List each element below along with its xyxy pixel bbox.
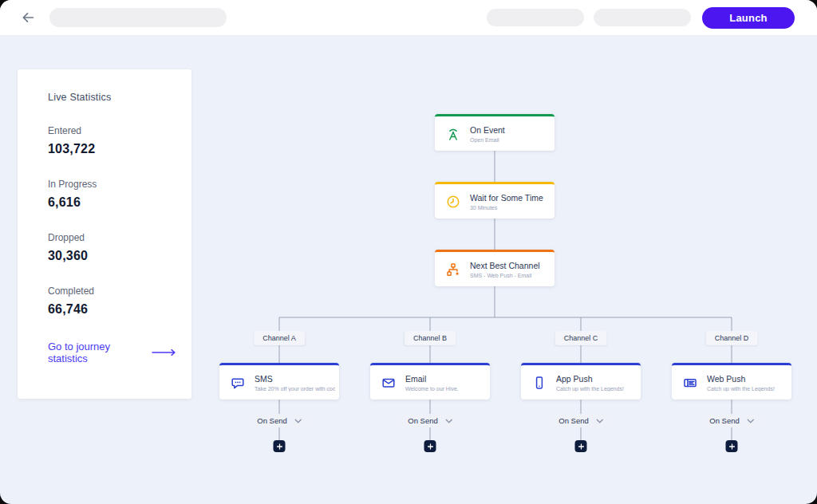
branch-channel-b: Channel B Email Welcome to our Hive. On … xyxy=(370,331,490,459)
node-subtitle: Welcome to our Hive. xyxy=(405,386,459,392)
node-title: Email xyxy=(405,374,459,384)
stat-value-dropped: 30,360 xyxy=(48,249,177,263)
node-wait[interactable]: Wait for Some Time 30 Minutes xyxy=(435,182,555,219)
arrow-right-icon xyxy=(152,348,177,356)
back-button[interactable] xyxy=(18,7,38,28)
node-app-push[interactable]: App Push Catch up with the Legends! xyxy=(521,363,641,400)
node-title: On Event xyxy=(470,125,505,135)
branch-channel-c: Channel C App Push Catch up with the Leg… xyxy=(521,331,641,459)
app-window: Launch Live Statistics Entered 103,722 I… xyxy=(0,0,817,504)
stat-label-dropped: Dropped xyxy=(48,232,177,243)
envelope-icon xyxy=(381,375,397,391)
chevron-down-icon xyxy=(747,419,754,423)
channel-label: Channel D xyxy=(706,331,758,345)
stat-value-completed: 66,746 xyxy=(48,302,177,317)
browser-icon xyxy=(682,375,698,391)
stat-value-entered: 103,722 xyxy=(48,142,177,156)
on-send-dropdown[interactable]: On Send xyxy=(401,414,460,427)
chevron-down-icon xyxy=(445,419,452,423)
node-text: Next Best Channel SMS - Web Push - Email xyxy=(470,261,544,278)
node-subtitle: Take 20% off your order with code ... xyxy=(255,386,335,392)
plus-icon xyxy=(728,443,735,450)
channel-label: Channel C xyxy=(555,331,607,345)
panel-title: Live Statistics xyxy=(48,92,177,103)
node-title: Web Push xyxy=(707,374,775,384)
node-on-event[interactable]: On Event Open Email xyxy=(435,114,555,151)
on-send-dropdown[interactable]: On Send xyxy=(702,414,761,427)
node-subtitle: Catch up with the Legends! xyxy=(556,386,624,392)
plus-icon xyxy=(427,443,433,450)
node-text: App Push Catch up with the Legends! xyxy=(556,374,628,392)
branch-channel-d: Channel D Web Push Catch up with the Leg… xyxy=(672,331,791,459)
node-title: SMS xyxy=(255,374,335,384)
journey-canvas[interactable]: Live Statistics Entered 103,722 In Progr… xyxy=(0,36,817,504)
stat-label-entered: Entered xyxy=(48,125,177,136)
journey-statistics-link-label: Go to journey statistics xyxy=(48,341,144,364)
node-text: Email Welcome to our Hive. xyxy=(405,374,463,392)
add-node-button[interactable] xyxy=(424,440,436,452)
on-send-dropdown[interactable]: On Send xyxy=(250,414,309,427)
add-node-button[interactable] xyxy=(274,440,286,452)
add-node-button[interactable] xyxy=(726,440,738,452)
antenna-icon xyxy=(445,126,461,142)
toolbar-placeholder-1 xyxy=(487,9,584,26)
on-send-label: On Send xyxy=(257,416,287,425)
on-send-label: On Send xyxy=(709,416,740,425)
node-title: App Push xyxy=(556,374,624,384)
node-sms[interactable]: SMS Take 20% off your order with code ..… xyxy=(219,363,339,400)
node-web-push[interactable]: Web Push Catch up with the Legends! xyxy=(672,363,791,400)
live-statistics-panel: Live Statistics Entered 103,722 In Progr… xyxy=(18,69,191,399)
launch-button[interactable]: Launch xyxy=(702,7,795,29)
arrow-left-icon xyxy=(20,10,36,26)
journey-statistics-link[interactable]: Go to journey statistics xyxy=(48,341,177,364)
node-text: On Event Open Email xyxy=(470,125,509,143)
node-email[interactable]: Email Welcome to our Hive. xyxy=(370,363,490,400)
chevron-down-icon xyxy=(294,419,302,423)
channel-label: Channel A xyxy=(254,331,305,345)
on-send-label: On Send xyxy=(558,416,589,425)
toolbar-placeholder-2 xyxy=(594,9,691,26)
smartphone-icon xyxy=(531,375,547,391)
node-title: Wait for Some Time xyxy=(470,193,543,203)
on-send-label: On Send xyxy=(408,416,438,425)
top-bar: Launch xyxy=(0,0,817,36)
stat-value-in-progress: 6,616 xyxy=(48,195,177,210)
plus-icon xyxy=(578,443,584,450)
plus-icon xyxy=(276,443,282,450)
node-text: SMS Take 20% off your order with code ..… xyxy=(255,374,339,392)
on-send-dropdown[interactable]: On Send xyxy=(551,414,610,427)
node-text: Wait for Some Time 30 Minutes xyxy=(470,193,547,211)
org-chart-star-icon xyxy=(445,262,461,278)
node-subtitle: Catch up with the Legends! xyxy=(707,386,775,392)
chat-bubble-icon xyxy=(230,375,246,391)
channel-label: Channel B xyxy=(405,331,456,345)
node-subtitle: 30 Minutes xyxy=(470,205,543,211)
journey-title-placeholder xyxy=(49,8,227,27)
clock-icon xyxy=(445,194,461,210)
add-node-button[interactable] xyxy=(575,440,587,452)
stat-label-completed: Completed xyxy=(48,285,177,297)
node-subtitle: Open Email xyxy=(470,137,505,143)
chevron-down-icon xyxy=(596,419,603,423)
node-text: Web Push Catch up with the Legends! xyxy=(707,374,779,392)
node-next-best-channel[interactable]: Next Best Channel SMS - Web Push - Email xyxy=(435,250,555,286)
branch-channel-a: Channel A SMS Take 20% off your order wi… xyxy=(219,331,339,459)
stat-label-in-progress: In Progress xyxy=(48,179,177,190)
node-subtitle: SMS - Web Push - Email xyxy=(470,273,540,278)
node-title: Next Best Channel xyxy=(470,261,540,270)
